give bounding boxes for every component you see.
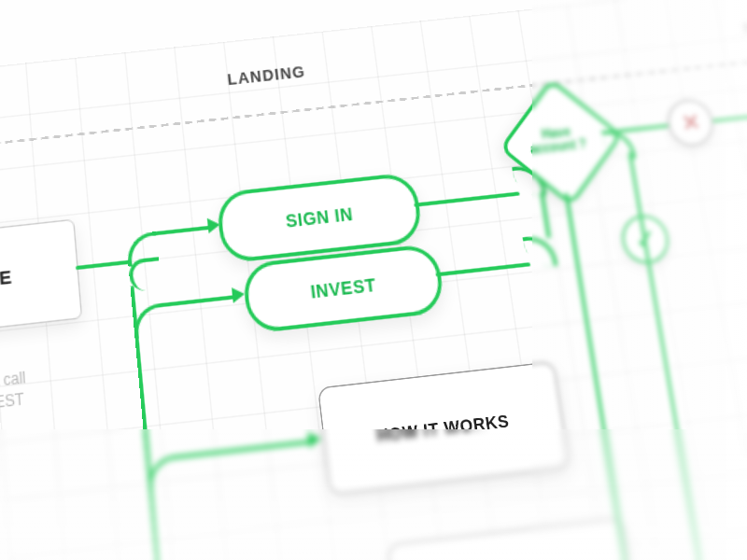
connector [414,191,520,206]
node-label: SIGN IN [285,203,354,231]
node-label: INVEST [309,274,377,302]
connector [152,226,211,236]
node-landing-page: PAGE [0,219,82,340]
node-why-us: WHY US ? [388,517,640,560]
arrowhead-icon [232,287,246,303]
connector-elbow [125,231,159,267]
arrowhead-icon [307,430,321,448]
node-label: HOW IT WORKS [375,410,510,445]
connector [174,440,312,459]
connector-elbow [132,303,165,339]
node-how-it-works: HOW IT WORKS [317,361,571,496]
connector [435,262,530,276]
connector [76,260,131,271]
close-icon: ✕ [679,108,701,137]
section-divider-top [0,35,747,152]
section-header-registration: STEP 2 · REGISTRATION [742,6,747,35]
connector [159,295,235,307]
landing-caption: page with a call button INVEST [0,351,174,422]
section-header-landing: LANDING [226,63,306,89]
connector-elbow [146,455,180,492]
node-label: PAGE [0,265,13,293]
decision-no-badge: ✕ [664,97,717,148]
connector [628,151,738,560]
